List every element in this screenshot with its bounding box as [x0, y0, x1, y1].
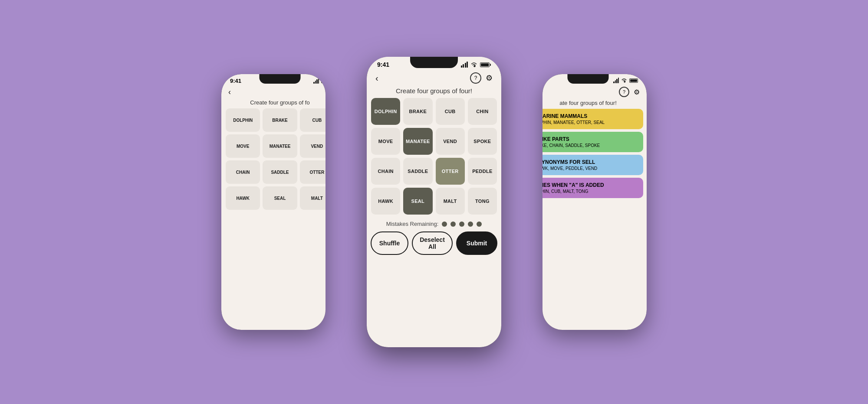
category-bike-title: BIKE PARTS — [542, 136, 638, 142]
settings-button[interactable]: ⚙ — [486, 73, 493, 83]
tile-peddle[interactable]: PEDDLE — [468, 158, 497, 185]
tile-hawk[interactable]: HAWK — [371, 188, 400, 215]
right-subtitle: ate four groups of four! — [542, 99, 647, 109]
category-marine-words: LPHIN, MANATEE, OTTER, SEAL — [542, 120, 638, 125]
center-notch — [410, 57, 458, 68]
left-subtitle: Create four groups of fo — [221, 98, 326, 108]
dot-2 — [450, 222, 456, 227]
tile-seal[interactable]: SEAL — [403, 188, 432, 215]
right-settings-button[interactable]: ⚙ — [634, 88, 640, 96]
right-notch — [568, 74, 609, 84]
tile-otter[interactable]: OTTER — [436, 158, 465, 185]
right-wifi-icon — [621, 78, 627, 83]
tile-saddle[interactable]: SADDLE — [403, 158, 432, 185]
left-tile-saddle[interactable]: SADDLE — [263, 160, 297, 184]
tile-chain[interactable]: CHAIN — [371, 158, 400, 185]
left-tile-cub[interactable]: CUB — [300, 108, 326, 132]
right-phone: ? ⚙ ate four groups of four! MARINE MAMM… — [542, 74, 647, 330]
center-nav-bar: ‹ ? ⚙ — [367, 70, 501, 85]
battery-icon — [480, 62, 491, 67]
left-battery-icon — [321, 79, 326, 83]
center-status-icons — [461, 62, 491, 68]
dot-5 — [477, 222, 482, 227]
right-signal-icon — [613, 78, 619, 83]
category-purple-words: CHIN, CUB, MALT, TONG — [542, 189, 638, 194]
left-tile-malt[interactable]: MALT — [300, 186, 326, 210]
dot-1 — [442, 222, 447, 227]
category-marine-title: MARINE MAMMALS — [542, 113, 638, 119]
left-tile-chain[interactable]: CHAIN — [226, 160, 260, 184]
category-marine-mammals: MARINE MAMMALS LPHIN, MANATEE, OTTER, SE… — [542, 109, 643, 129]
left-tile-seal[interactable]: SEAL — [263, 186, 297, 210]
tile-vend[interactable]: VEND — [436, 128, 465, 155]
right-phone-wrapper: ? ⚙ ate four groups of four! MARINE MAMM… — [542, 74, 647, 330]
category-synonyms: SYNONYMS FOR SELL AWK, MOVE, PEDDLE, VEN… — [542, 155, 643, 175]
right-nav: ? ⚙ — [542, 85, 647, 99]
category-purple: RIES WHEN "A" IS ADDED CHIN, CUB, MALT, … — [542, 178, 643, 198]
left-status-icons — [313, 78, 326, 84]
left-back-button[interactable]: ‹ — [228, 88, 231, 97]
tile-chin[interactable]: CHIN — [468, 98, 497, 125]
deselect-button[interactable]: Deselect All — [412, 231, 453, 255]
left-tile-vend[interactable]: VEND — [300, 134, 326, 158]
left-tile-hawk[interactable]: HAWK — [226, 186, 260, 210]
left-notch — [260, 74, 301, 84]
back-button[interactable]: ‹ — [375, 73, 378, 83]
tile-malt[interactable]: MALT — [436, 188, 465, 215]
mistakes-label: Mistakes Remaining: — [386, 221, 439, 227]
left-status-time: 9:41 — [230, 78, 241, 84]
center-word-grid: DOLPHIN BRAKE CUB CHIN MOVE MANATEE VEND… — [367, 98, 501, 215]
tile-spoke[interactable]: SPOKE — [468, 128, 497, 155]
left-nav: ‹ — [221, 86, 326, 98]
tile-brake[interactable]: BRAKE — [403, 98, 432, 125]
shuffle-button[interactable]: Shuffle — [371, 231, 408, 255]
left-word-grid: DOLPHIN BRAKE CUB MOVE MANATEE VEND CHAI… — [221, 108, 326, 210]
center-phone: 9:41 — [367, 57, 501, 347]
tile-manatee[interactable]: MANATEE — [403, 128, 432, 155]
center-phone-screen: 9:41 — [367, 57, 501, 347]
left-phone-wrapper: 9:41 ‹ Create four group — [221, 74, 326, 330]
nav-right-icons: ? ⚙ — [470, 72, 493, 84]
right-status-icons — [613, 78, 638, 83]
tile-dolphin[interactable]: DOLPHIN — [371, 98, 400, 125]
left-phone: 9:41 ‹ Create four group — [221, 74, 326, 330]
mistakes-row: Mistakes Remaining: — [367, 215, 501, 231]
right-help-button[interactable]: ? — [619, 87, 629, 97]
left-tile-manatee[interactable]: MANATEE — [263, 134, 297, 158]
left-tile-otter[interactable]: OTTER — [300, 160, 326, 184]
dot-4 — [468, 222, 473, 227]
left-phone-screen: 9:41 ‹ Create four group — [221, 74, 326, 330]
category-bike-words: AKE, CHAIN, SADDLE, SPOKE — [542, 143, 638, 148]
left-tile-dolphin[interactable]: DOLPHIN — [226, 108, 260, 132]
submit-button[interactable]: Submit — [456, 231, 497, 255]
right-categories: MARINE MAMMALS LPHIN, MANATEE, OTTER, SE… — [542, 109, 647, 330]
help-button[interactable]: ? — [470, 72, 481, 84]
center-subtitle: Create four groups of four! — [367, 85, 501, 98]
dot-3 — [459, 222, 464, 227]
center-status-time: 9:41 — [377, 61, 389, 68]
category-syn-title: SYNONYMS FOR SELL — [542, 159, 638, 165]
category-syn-words: AWK, MOVE, PEDDLE, VEND — [542, 166, 638, 171]
left-signal-icon — [313, 78, 319, 84]
right-phone-screen: ? ⚙ ate four groups of four! MARINE MAMM… — [542, 74, 647, 330]
tile-tong[interactable]: TONG — [468, 188, 497, 215]
category-bike-parts: BIKE PARTS AKE, CHAIN, SADDLE, SPOKE — [542, 132, 643, 152]
action-buttons: Shuffle Deselect All Submit — [367, 231, 501, 262]
signal-icon — [461, 62, 468, 68]
left-tile-brake[interactable]: BRAKE — [263, 108, 297, 132]
tile-cub[interactable]: CUB — [436, 98, 465, 125]
tile-move[interactable]: MOVE — [371, 128, 400, 155]
right-battery-icon — [629, 78, 638, 83]
category-purple-title: RIES WHEN "A" IS ADDED — [542, 182, 638, 188]
left-tile-move[interactable]: MOVE — [226, 134, 260, 158]
wifi-icon — [470, 62, 477, 67]
